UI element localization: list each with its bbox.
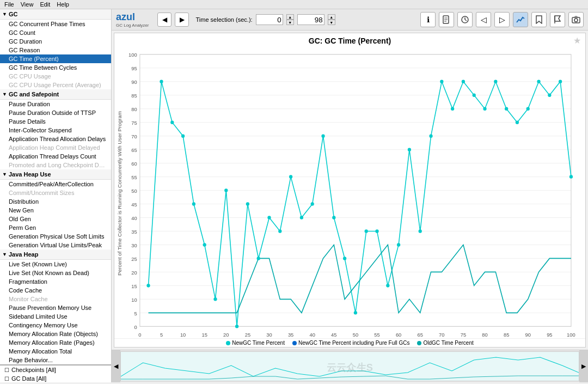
svg-text:5: 5 — [134, 310, 137, 316]
sidebar-item-2-3[interactable]: New Gen — [0, 206, 111, 215]
sidebar-item-0-5[interactable]: GC Time Between Cycles — [0, 63, 111, 72]
sidebar-group-header-2[interactable]: ▼Java Heap Use — [0, 169, 111, 180]
history-forward-button[interactable]: ▷ — [494, 12, 510, 27]
sidebar-item-2-4[interactable]: Old Gen — [0, 215, 111, 223]
svg-text:85: 85 — [131, 93, 137, 99]
sidebar-group-header-0[interactable]: ▼GC — [0, 9, 111, 20]
time-to-spin: ▲ ▼ — [328, 14, 335, 25]
sidebar-item-2-2[interactable]: Distribution — [0, 197, 111, 206]
svg-text:45: 45 — [131, 202, 137, 208]
sidebar-item-1-0[interactable]: Pause Duration — [0, 100, 111, 108]
sidebar-item-3-9[interactable]: Memory Allocation Rate (Pages) — [0, 338, 111, 347]
sidebar-item-2-1: Commit/Uncommit Sizes — [0, 188, 111, 197]
sidebar-item-1-7: Promoted and Long Checkpoint Det... — [0, 161, 111, 169]
sidebar-item-3-6[interactable]: Sideband Limited Use — [0, 312, 111, 321]
menu-bar: File View Edit Help — [0, 0, 588, 9]
sidebar-item-0-0[interactable]: GC Concurrent Phase Times — [0, 20, 111, 28]
svg-text:20: 20 — [223, 332, 229, 338]
time-from-up[interactable]: ▲ — [286, 14, 294, 20]
svg-point-91 — [311, 202, 314, 206]
sidebar-item-2-0[interactable]: Committed/Peak/AfterCollection — [0, 180, 111, 188]
svg-point-85 — [246, 202, 249, 206]
svg-text:60: 60 — [131, 161, 137, 167]
svg-text:55: 55 — [131, 174, 137, 180]
svg-point-110 — [516, 120, 519, 124]
sidebar-bottom-item-0[interactable]: ☐Checkpoints [All] — [0, 365, 111, 374]
legend-label-oldgc: OldGC Time Percent — [423, 340, 473, 346]
sidebar-item-3-7[interactable]: Contingency Memory Use — [0, 321, 111, 330]
sidebar-item-1-4[interactable]: Application Thread Allocation Delays — [0, 135, 111, 143]
time-label: Time selection (sec.): — [195, 16, 252, 23]
scroll-left-button[interactable]: ◀ — [112, 350, 120, 382]
svg-text:25: 25 — [245, 332, 250, 338]
sidebar-item-3-5[interactable]: Pause Prevention Memory Use — [0, 303, 111, 312]
time-to-down[interactable]: ▼ — [328, 20, 335, 25]
legend-label-newgc: NewGC Time Percent — [232, 340, 285, 346]
sidebar-item-0-3[interactable]: GC Reason — [0, 46, 111, 54]
menu-help[interactable]: Help — [57, 1, 69, 8]
sidebar-item-3-10[interactable]: Memory Allocation Total — [0, 347, 111, 356]
svg-point-97 — [375, 229, 378, 233]
chart-button[interactable] — [513, 12, 528, 27]
sidebar-item-1-1[interactable]: Pause Duration Outside of TTSP — [0, 108, 111, 117]
svg-point-79 — [181, 134, 185, 138]
sidebar-item-0-2[interactable]: GC Duration — [0, 37, 111, 46]
scroll-right-button[interactable]: ▶ — [579, 350, 588, 382]
svg-text:15: 15 — [201, 332, 207, 338]
svg-text:90: 90 — [131, 79, 137, 85]
document-button[interactable] — [439, 12, 454, 27]
menu-file[interactable]: File — [4, 1, 14, 8]
menu-edit[interactable]: Edit — [40, 1, 50, 8]
nav-forward-button[interactable]: ▶ — [175, 13, 189, 27]
sidebar-item-0-4[interactable]: GC Time (Percent) — [0, 54, 111, 63]
svg-text:80: 80 — [131, 106, 137, 112]
time-to-up[interactable]: ▲ — [328, 14, 335, 20]
svg-point-108 — [494, 80, 497, 84]
nav-back-button[interactable]: ◀ — [157, 13, 171, 27]
sidebar-item-2-7[interactable]: Generation Virtual Use Limits/Peak — [0, 241, 111, 249]
sidebar-item-2-6[interactable]: Generation Physical Use Soft Limits — [0, 232, 111, 241]
sidebar-item-3-11[interactable]: Page Behavior... — [0, 356, 111, 364]
clock-button[interactable] — [457, 12, 473, 27]
sidebar-item-3-4: Monitor Cache — [0, 295, 111, 303]
camera-button[interactable] — [568, 12, 584, 27]
menu-view[interactable]: View — [21, 1, 34, 8]
sidebar-group-header-3[interactable]: ▼Java Heap — [0, 249, 111, 260]
svg-text:60: 60 — [396, 332, 401, 338]
group-arrow-0: ▼ — [2, 11, 7, 17]
group-arrow-2: ▼ — [2, 172, 7, 177]
svg-point-76 — [146, 284, 150, 288]
sidebar-item-1-3[interactable]: Inter-Collector Suspend — [0, 126, 111, 135]
star-button[interactable]: ★ — [573, 35, 581, 46]
sidebar-item-3-0[interactable]: Live Set (Known Live) — [0, 260, 111, 269]
sidebar-item-1-6[interactable]: Application Thread Delays Count — [0, 152, 111, 161]
svg-text:20: 20 — [131, 270, 137, 276]
svg-text:65: 65 — [131, 147, 137, 153]
chart-svg: Percent of Time Collector is Running Con… — [114, 48, 585, 338]
svg-point-102 — [429, 134, 432, 138]
info-button[interactable]: ℹ — [420, 12, 436, 27]
sidebar-bottom-item-1[interactable]: ☐GC Data [All] — [0, 374, 111, 382]
svg-text:25: 25 — [131, 256, 137, 262]
sidebar-item-1-2[interactable]: Pause Details — [0, 117, 111, 126]
sidebar-item-2-5[interactable]: Perm Gen — [0, 223, 111, 232]
sidebar-item-0-1[interactable]: GC Count — [0, 28, 111, 37]
time-from-down[interactable]: ▼ — [286, 20, 294, 25]
sidebar-item-3-3[interactable]: Code Cache — [0, 286, 111, 295]
svg-point-9 — [574, 19, 578, 22]
time-from-input[interactable] — [256, 14, 283, 25]
svg-text:100: 100 — [567, 332, 575, 338]
sidebar-item-3-2[interactable]: Fragmentation — [0, 277, 111, 286]
sidebar-item-3-1[interactable]: Live Set (Not Known as Dead) — [0, 269, 111, 277]
svg-point-106 — [473, 94, 476, 97]
time-to-input[interactable] — [297, 14, 324, 25]
sidebar-group-header-1[interactable]: ▼GC and Safepoint — [0, 89, 111, 100]
svg-point-77 — [160, 80, 163, 84]
history-back-button[interactable]: ◁ — [476, 12, 491, 27]
svg-point-114 — [559, 80, 562, 84]
sidebar-group-1: ▼GC and SafepointPause DurationPause Dur… — [0, 89, 111, 169]
bookmark-button[interactable] — [531, 12, 547, 27]
flag-button[interactable] — [550, 12, 565, 27]
chart-title: GC: GC Time (Percent) — [114, 33, 585, 48]
sidebar-item-3-8[interactable]: Memory Allocation Rate (Objects) — [0, 330, 111, 338]
